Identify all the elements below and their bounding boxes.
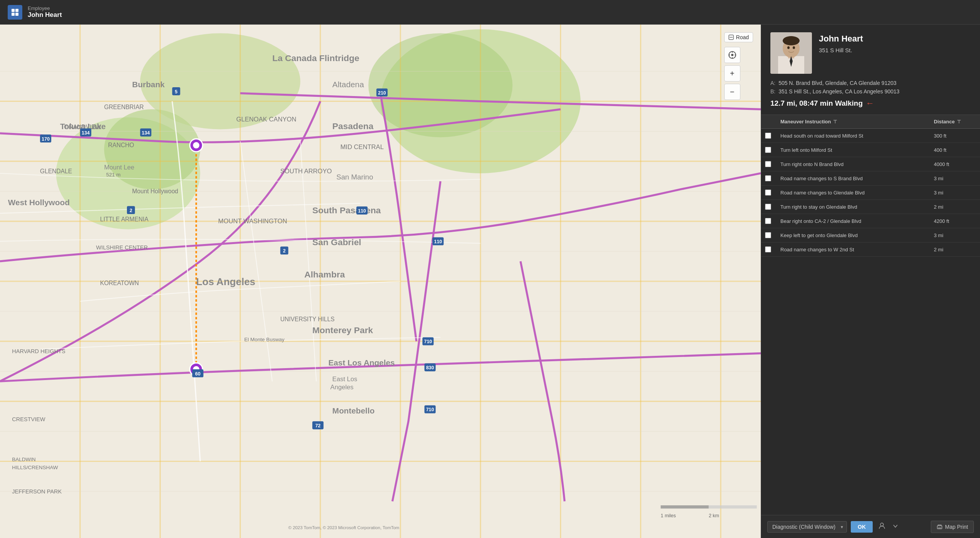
print-map-label: Map Print xyxy=(945,524,968,530)
header-label: Employee xyxy=(28,5,62,11)
road-badge-label: Road xyxy=(736,34,749,40)
svg-text:GLENDALE: GLENDALE xyxy=(40,168,72,174)
row-checkbox-6[interactable] xyxy=(765,218,771,224)
row-checkbox-7[interactable] xyxy=(765,232,771,238)
row-checkbox-cell-2 xyxy=(761,157,777,171)
svg-text:Mount Hollywood: Mount Hollywood xyxy=(132,188,178,194)
row-instruction-cell-2: Turn right onto N Brand Blvd xyxy=(777,157,930,171)
svg-text:134: 134 xyxy=(142,130,150,136)
dropdown-icon-btn[interactable] xyxy=(891,521,900,532)
zoom-in-btn[interactable]: + xyxy=(724,65,740,81)
row-instruction-cell-4: Road name changes to Glendale Blvd xyxy=(777,186,930,199)
employee-name: John Heart xyxy=(819,34,863,44)
svg-text:Monterey Park: Monterey Park xyxy=(312,325,373,335)
row-distance-cell-5: 2 mi xyxy=(930,200,980,214)
svg-text:710: 710 xyxy=(424,339,432,344)
svg-text:210: 210 xyxy=(378,90,386,96)
svg-text:La Canada Flintridge: La Canada Flintridge xyxy=(272,53,359,63)
svg-text:© 2023 TomTom, © 2023 Microsof: © 2023 TomTom, © 2023 Microsoft Corporat… xyxy=(288,525,400,530)
print-map-button[interactable]: Map Print xyxy=(931,521,974,533)
row-instruction-cell-1: Turn left onto Milford St xyxy=(777,143,930,157)
maneuver-filter-icon[interactable]: ⊤ xyxy=(833,119,837,125)
svg-text:110: 110 xyxy=(358,208,366,214)
svg-text:1 miles: 1 miles xyxy=(661,513,676,518)
svg-text:134: 134 xyxy=(82,130,90,136)
svg-text:Mount Lee: Mount Lee xyxy=(104,164,135,171)
row-checkbox-4[interactable] xyxy=(765,189,771,196)
avatar xyxy=(770,32,812,74)
employee-header: John Heart 351 S Hill St. xyxy=(770,32,971,74)
map-svg: La Canada Flintridge Altadena Burbank GR… xyxy=(0,25,761,538)
table-row: Turn right onto N Brand Blvd 4000 ft xyxy=(761,157,980,171)
maneuver-header-label: Maneuver Instruction xyxy=(780,119,831,125)
svg-text:BALDWIN: BALDWIN xyxy=(12,457,36,462)
route-summary: 12.7 mi, 08:47 min Walking ← xyxy=(770,98,971,108)
svg-rect-104 xyxy=(709,505,757,508)
row-checkbox-cell-0 xyxy=(761,129,777,143)
app-header: Employee John Heart xyxy=(0,0,980,25)
row-checkbox-0[interactable] xyxy=(765,133,771,139)
row-instruction-cell-6: Bear right onto CA-2 / Glendale Blvd xyxy=(777,214,930,228)
row-checkbox-3[interactable] xyxy=(765,175,771,181)
route-point-a: A: 505 N. Brand Blvd, Glendale, CA Glend… xyxy=(770,80,971,86)
col-maneuver-header: Maneuver Instruction ⊤ xyxy=(777,115,930,128)
svg-text:East Los Angeles: East Los Angeles xyxy=(328,358,395,367)
road-type-badge[interactable]: Road xyxy=(724,32,753,42)
row-checkbox-8[interactable] xyxy=(765,246,771,252)
svg-text:Pasadena: Pasadena xyxy=(332,121,373,131)
svg-text:JEFFERSON PARK: JEFFERSON PARK xyxy=(12,488,62,495)
row-instruction-cell-7: Keep left to get onto Glendale Blvd xyxy=(777,228,930,242)
svg-point-9 xyxy=(368,33,513,138)
location-btn[interactable] xyxy=(724,47,740,63)
svg-text:Angeles: Angeles xyxy=(330,384,353,391)
svg-text:2 km: 2 km xyxy=(709,513,719,518)
table-row: Head south on road toward Milford St 300… xyxy=(761,129,980,143)
ok-button[interactable]: OK xyxy=(851,521,873,533)
svg-text:UNIVERSITY HILLS: UNIVERSITY HILLS xyxy=(280,316,335,322)
row-distance-cell-6: 4200 ft xyxy=(930,214,980,228)
svg-text:Los Angeles: Los Angeles xyxy=(196,276,255,287)
svg-point-122 xyxy=(793,46,795,49)
diagnostic-select[interactable]: Diagnostic (Child Window) xyxy=(767,521,847,533)
svg-point-35 xyxy=(193,142,200,149)
employee-details: John Heart 351 S Hill St. xyxy=(819,32,863,53)
user-icon-btn[interactable] xyxy=(877,520,887,533)
table-row: Road name changes to S Brand Blvd 3 mi xyxy=(761,171,980,186)
row-checkbox-1[interactable] xyxy=(765,147,771,153)
arrow-icon: ← xyxy=(866,98,874,108)
distance-filter-icon[interactable]: ⊤ xyxy=(957,119,961,125)
table-body: Head south on road toward Milford St 300… xyxy=(761,129,980,257)
row-checkbox-2[interactable] xyxy=(765,161,771,167)
map-container: La Canada Flintridge Altadena Burbank GR… xyxy=(0,25,761,538)
svg-text:5: 5 xyxy=(175,89,178,95)
svg-text:2: 2 xyxy=(130,208,132,213)
maneuver-table[interactable]: Maneuver Instruction ⊤ Distance ⊤ Head s… xyxy=(761,115,980,515)
svg-rect-3 xyxy=(15,13,18,16)
table-row: Turn left onto Milford St 400 ft xyxy=(761,143,980,157)
svg-text:72: 72 xyxy=(315,423,321,428)
row-instruction-cell-0: Head south on road toward Milford St xyxy=(777,129,930,143)
employee-address: 351 S Hill St. xyxy=(819,47,863,53)
svg-point-119 xyxy=(783,36,800,45)
svg-rect-2 xyxy=(12,13,15,16)
table-row: Keep left to get onto Glendale Blvd 3 mi xyxy=(761,228,980,242)
row-checkbox-cell-5 xyxy=(761,200,777,214)
diagnostic-select-wrapper: Diagnostic (Child Window) xyxy=(767,521,847,533)
svg-text:South Pasadena: South Pasadena xyxy=(312,205,381,215)
svg-rect-0 xyxy=(12,9,15,12)
row-instruction-cell-5: Turn right to stay on Glendale Blvd xyxy=(777,200,930,214)
svg-text:West Hollywood: West Hollywood xyxy=(8,198,70,207)
row-checkbox-cell-6 xyxy=(761,214,777,228)
svg-text:Burbank: Burbank xyxy=(132,80,165,89)
right-panel: John Heart 351 S Hill St. A: 505 N. Bran… xyxy=(761,25,980,538)
row-checkbox-5[interactable] xyxy=(765,204,771,210)
footer-bar: Diagnostic (Child Window) OK xyxy=(761,515,980,538)
map-controls: Road + − xyxy=(724,32,753,100)
svg-text:Altadena: Altadena xyxy=(332,80,364,89)
distance-header-label: Distance xyxy=(934,119,955,125)
svg-text:El Monte Busway: El Monte Busway xyxy=(244,337,285,342)
svg-text:GLENOAK CANYON: GLENOAK CANYON xyxy=(236,116,296,123)
row-checkbox-cell-3 xyxy=(761,171,777,185)
svg-text:HARVARD HEIGHTS: HARVARD HEIGHTS xyxy=(12,348,65,354)
zoom-out-btn[interactable]: − xyxy=(724,84,740,100)
